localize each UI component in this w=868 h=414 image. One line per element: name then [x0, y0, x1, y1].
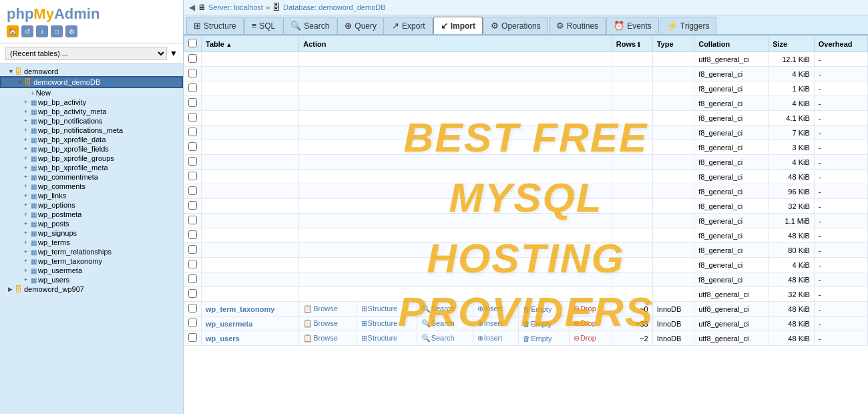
tree-item-demoword-wp907[interactable]: ▶ 🗄 demoword_wp907 — [0, 284, 183, 294]
tree-item-wp_bp_xprofile_groups[interactable]: + ▦ wp_bp_xprofile_groups — [0, 154, 183, 163]
tab-triggers[interactable]: ⚡ Triggers — [660, 17, 717, 34]
row-action-insert[interactable]: ⊕Insert — [473, 317, 519, 331]
settings-icon[interactable]: ⚙ — [65, 25, 77, 37]
row-action-search[interactable]: 🔍Search — [417, 331, 473, 346]
row-select-checkbox[interactable] — [188, 186, 197, 195]
tree-item-wp_posts[interactable]: + ▦ wp_posts — [0, 219, 183, 228]
tab-search[interactable]: 🔍 Search — [283, 17, 337, 34]
tree-item-wp_users[interactable]: + ▦ wp_users — [0, 275, 183, 284]
browse-link[interactable]: 📋Browse — [303, 334, 338, 342]
row-table-name[interactable]: wp_users — [202, 331, 299, 346]
row-action-drop[interactable]: ⊖Drop — [569, 302, 612, 317]
row-action-drop[interactable]: ⊖Drop — [569, 331, 612, 346]
row-select-checkbox[interactable] — [188, 201, 197, 210]
row-action-empty[interactable]: 🗑Empty — [519, 331, 570, 346]
structure-link[interactable]: ⊞Structure — [361, 304, 398, 313]
row-select-checkbox[interactable] — [188, 289, 197, 298]
row-select-checkbox[interactable] — [188, 69, 197, 77]
refresh-icon[interactable]: ↺ — [21, 25, 33, 37]
browse-link[interactable]: 📋Browse — [303, 319, 338, 327]
row-action-structure[interactable]: ⊞Structure — [357, 302, 417, 317]
tree-item-wp_terms[interactable]: + ▦ wp_terms — [0, 238, 183, 247]
tree-item-wp_term_relationships[interactable]: + ▦ wp_term_relationships — [0, 247, 183, 256]
row-select-checkbox[interactable] — [188, 319, 197, 327]
recent-tables-select[interactable]: (Recent tables) ... — [5, 47, 167, 60]
tab-events[interactable]: ⏰ Events — [606, 17, 659, 34]
tab-import[interactable]: ↙ Import — [433, 17, 483, 34]
browse-link[interactable]: 📋Browse — [303, 304, 338, 313]
tab-operations[interactable]: ⚙ Operations — [483, 17, 548, 34]
tree-item-new[interactable]: + New — [0, 88, 183, 97]
tree-item-wp_commentmeta[interactable]: + ▦ wp_commentmeta — [0, 172, 183, 182]
row-action-insert[interactable]: ⊕Insert — [473, 302, 519, 317]
search-link[interactable]: 🔍Search — [421, 319, 455, 327]
tree-item-wp_bp_notifications_meta[interactable]: + ▦ wp_bp_notifications_meta — [0, 126, 183, 135]
tree-item-wp_bp_xprofile_data[interactable]: + ▦ wp_bp_xprofile_data — [0, 135, 183, 144]
tree-item-wp_bp_notifications[interactable]: + ▦ wp_bp_notifications — [0, 116, 183, 126]
tree-item-wp_comments[interactable]: + ▦ wp_comments — [0, 182, 183, 191]
drop-link[interactable]: ⊖Drop — [574, 319, 596, 327]
row-select-checkbox[interactable] — [188, 172, 197, 180]
row-action-empty[interactable]: 🗑Empty — [519, 317, 570, 331]
row-select-checkbox[interactable] — [188, 216, 197, 224]
row-select-checkbox[interactable] — [188, 260, 197, 268]
structure-link[interactable]: ⊞Structure — [361, 334, 398, 342]
tab-structure[interactable]: ⊞ Structure — [186, 17, 244, 34]
back-arrow[interactable]: ◀ — [189, 3, 195, 12]
drop-link[interactable]: ⊖Drop — [574, 304, 596, 313]
tree-item-wp_bp_activity_meta[interactable]: + ▦ wp_bp_activity_meta — [0, 107, 183, 116]
db-link[interactable]: Database: demoword_demoDB — [283, 3, 385, 11]
row-action-search[interactable]: 🔍Search — [417, 317, 473, 331]
tab-routines[interactable]: ⚙ Routines — [549, 17, 606, 34]
search-link[interactable]: 🔍Search — [421, 334, 455, 342]
tree-item-wp_links[interactable]: + ▦ wp_links — [0, 191, 183, 200]
row-table-name[interactable]: wp_usermeta — [202, 317, 299, 331]
table-name-link[interactable]: wp_users — [206, 335, 240, 343]
row-select-checkbox[interactable] — [188, 245, 197, 254]
row-table-name[interactable]: wp_term_taxonomy — [202, 302, 299, 317]
tree-item-demoword-demoDB[interactable]: ▼ 🗄 demoword_demoDB — [0, 76, 183, 88]
tree-item-wp_bp_xprofile_fields[interactable]: + ▦ wp_bp_xprofile_fields — [0, 144, 183, 154]
doc-icon[interactable]: □ — [51, 25, 63, 37]
row-action-browse[interactable]: 📋Browse — [299, 302, 357, 317]
table-name-link[interactable]: wp_term_taxonomy — [206, 305, 274, 313]
row-select-checkbox[interactable] — [188, 333, 197, 342]
insert-link[interactable]: ⊕Insert — [477, 334, 503, 342]
structure-link[interactable]: ⊞Structure — [361, 319, 398, 327]
table-name-link[interactable]: wp_usermeta — [206, 320, 252, 328]
row-action-browse[interactable]: 📋Browse — [299, 317, 357, 331]
drop-link[interactable]: ⊖Drop — [574, 334, 596, 342]
row-action-browse[interactable]: 📋Browse — [299, 331, 357, 346]
row-select-checkbox[interactable] — [188, 113, 197, 122]
select-all-checkbox[interactable] — [188, 39, 197, 47]
tab-sql[interactable]: ≡ SQL — [244, 17, 283, 34]
insert-link[interactable]: ⊕Insert — [477, 319, 503, 327]
tree-item-wp_options[interactable]: + ▦ wp_options — [0, 200, 183, 210]
empty-link[interactable]: 🗑Empty — [523, 305, 552, 313]
search-link[interactable]: 🔍Search — [421, 304, 455, 313]
tab-export[interactable]: ↗ Export — [385, 17, 433, 34]
row-select-checkbox[interactable] — [188, 230, 197, 239]
tree-item-wp_postmeta[interactable]: + ▦ wp_postmeta — [0, 210, 183, 219]
info-icon[interactable]: i — [36, 25, 48, 37]
tree-item-wp_bp_xprofile_meta[interactable]: + ▦ wp_bp_xprofile_meta — [0, 163, 183, 172]
row-select-checkbox[interactable] — [188, 83, 197, 92]
row-select-checkbox[interactable] — [188, 98, 197, 107]
server-link[interactable]: Server: localhost — [208, 3, 263, 11]
row-select-checkbox[interactable] — [188, 142, 197, 151]
row-action-insert[interactable]: ⊕Insert — [473, 331, 519, 346]
empty-link[interactable]: 🗑Empty — [523, 320, 552, 328]
header-table[interactable]: Table — [202, 36, 299, 52]
row-select-checkbox[interactable] — [188, 54, 197, 63]
row-select-checkbox[interactable] — [188, 128, 197, 136]
row-action-search[interactable]: 🔍Search — [417, 302, 473, 317]
tree-item-wp_term_taxonomy[interactable]: + ▦ wp_term_taxonomy — [0, 256, 183, 266]
insert-link[interactable]: ⊕Insert — [477, 304, 503, 313]
home-icon[interactable]: 🏠 — [7, 25, 19, 37]
row-action-empty[interactable]: 🗑Empty — [519, 302, 570, 317]
row-action-structure[interactable]: ⊞Structure — [357, 331, 417, 346]
tab-query[interactable]: ⊕ Query — [337, 17, 384, 34]
empty-link[interactable]: 🗑Empty — [523, 335, 552, 343]
tree-item-demoword[interactable]: ▼ 🗄 demoword — [0, 67, 183, 76]
row-select-checkbox[interactable] — [188, 157, 197, 166]
